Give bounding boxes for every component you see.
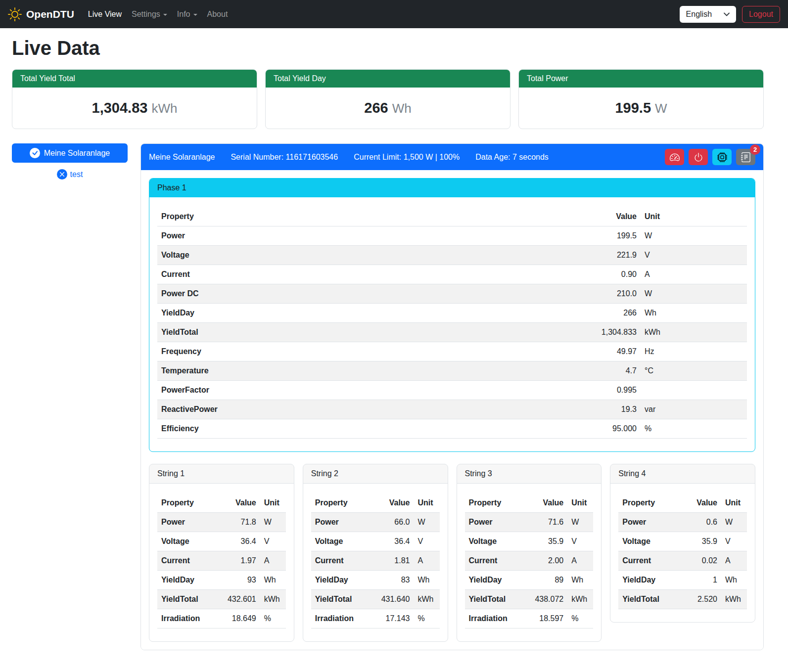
table-row: Current 0.90 A bbox=[157, 265, 747, 284]
unit-cell: Wh bbox=[414, 571, 440, 590]
column-unit: Unit bbox=[414, 493, 440, 513]
nav-item-about[interactable]: About bbox=[202, 6, 233, 23]
table-header-row: Property Value Unit bbox=[618, 493, 747, 513]
chevron-down-icon bbox=[724, 12, 730, 16]
nav-item-settings[interactable]: Settings bbox=[127, 6, 172, 23]
table-row: Irradiation 18.649 % bbox=[157, 609, 286, 628]
string-card: String 2 Property Value Unit bbox=[303, 464, 448, 642]
property-cell: Irradiation bbox=[465, 609, 522, 628]
unit-cell: kWh bbox=[260, 590, 286, 609]
journal-icon bbox=[741, 152, 751, 162]
logout-button[interactable]: Logout bbox=[742, 6, 780, 23]
property-cell: Power bbox=[157, 513, 215, 532]
unit-cell: V bbox=[641, 246, 747, 265]
inverter-list-item-selected[interactable]: Meine Solaranlage bbox=[12, 143, 128, 163]
string-table: Property Value Unit bbox=[618, 493, 747, 609]
nav-item-live-view[interactable]: Live View bbox=[83, 6, 127, 23]
unit-cell: var bbox=[641, 400, 747, 419]
value-cell: 19.3 bbox=[571, 400, 641, 419]
power-button[interactable] bbox=[689, 149, 708, 165]
table-row: YieldDay 266 Wh bbox=[157, 304, 747, 323]
limit-settings-button[interactable] bbox=[665, 149, 684, 165]
unit-cell: W bbox=[641, 226, 747, 246]
unit-cell: Hz bbox=[641, 342, 747, 361]
unit-cell: W bbox=[567, 513, 593, 532]
column-value: Value bbox=[522, 493, 567, 513]
value-cell: 1.81 bbox=[369, 551, 414, 571]
table-row: Irradiation 17.143 % bbox=[311, 609, 440, 628]
inverter-list-item-label: Meine Solaranlage bbox=[44, 149, 110, 158]
property-cell: YieldTotal bbox=[311, 590, 369, 609]
value-cell: 4.7 bbox=[571, 361, 641, 381]
unit-cell: W bbox=[414, 513, 440, 532]
column-unit: Unit bbox=[641, 207, 747, 226]
inverter-list: Meine Solaranlage test bbox=[12, 143, 128, 179]
inverter-list-item-test[interactable]: test bbox=[57, 169, 83, 179]
property-cell: YieldDay bbox=[311, 571, 369, 590]
string-card-title: String 1 bbox=[149, 464, 294, 484]
summary-unit: W bbox=[655, 101, 667, 116]
value-cell: 199.5 bbox=[571, 226, 641, 246]
inverter-name: Meine Solaranlage bbox=[149, 153, 215, 162]
unit-cell: % bbox=[567, 609, 593, 628]
brand[interactable]: OpenDTU bbox=[8, 7, 74, 21]
property-cell: Efficiency bbox=[157, 419, 571, 439]
column-property: Property bbox=[157, 207, 571, 226]
unit-cell: V bbox=[721, 532, 747, 551]
value-cell: 66.0 bbox=[369, 513, 414, 532]
value-cell: 17.143 bbox=[369, 609, 414, 628]
string-table: Property Value Unit bbox=[157, 493, 286, 628]
unit-cell: W bbox=[641, 284, 747, 304]
column-property: Property bbox=[465, 493, 522, 513]
property-cell: Current bbox=[465, 551, 522, 571]
property-cell: Current bbox=[157, 551, 215, 571]
property-cell: Voltage bbox=[157, 246, 571, 265]
property-cell: Frequency bbox=[157, 342, 571, 361]
value-cell: 71.8 bbox=[215, 513, 260, 532]
value-cell: 1.97 bbox=[215, 551, 260, 571]
phase-card-title: Phase 1 bbox=[149, 179, 755, 197]
summary-unit: kWh bbox=[151, 101, 177, 116]
summary-card-title: Total Yield Day bbox=[266, 70, 510, 88]
property-cell: Current bbox=[157, 265, 571, 284]
language-select[interactable]: English bbox=[680, 6, 736, 23]
column-property: Property bbox=[618, 493, 676, 513]
value-cell: 221.9 bbox=[571, 246, 641, 265]
value-cell: 49.97 bbox=[571, 342, 641, 361]
table-row: Voltage 36.4 V bbox=[311, 532, 440, 551]
string-card-title: String 4 bbox=[610, 464, 755, 484]
column-value: Value bbox=[676, 493, 721, 513]
table-row: Current 1.81 A bbox=[311, 551, 440, 571]
column-value: Value bbox=[369, 493, 414, 513]
value-cell: 0.02 bbox=[676, 551, 721, 571]
event-log-button[interactable]: 2 bbox=[736, 149, 755, 165]
string-card-title: String 3 bbox=[457, 464, 602, 484]
table-row: Power 71.6 W bbox=[465, 513, 594, 532]
string-card: String 1 Property Value Unit bbox=[149, 464, 294, 642]
value-cell: 431.640 bbox=[369, 590, 414, 609]
summary-card-title: Total Yield Total bbox=[12, 70, 257, 88]
inverter-current-limit: Current Limit: 1,500 W | 100% bbox=[354, 153, 460, 162]
summary-value: 266 bbox=[364, 100, 388, 116]
table-row: YieldDay 93 Wh bbox=[157, 571, 286, 590]
device-info-button[interactable] bbox=[712, 149, 732, 165]
table-row: Efficiency 95.000 % bbox=[157, 419, 747, 439]
property-cell: Voltage bbox=[465, 532, 522, 551]
column-unit: Unit bbox=[567, 493, 593, 513]
nav-item-info[interactable]: Info bbox=[172, 6, 202, 23]
summary-value: 1,304.83 bbox=[92, 100, 148, 116]
table-row: YieldDay 83 Wh bbox=[311, 571, 440, 590]
summary-unit: Wh bbox=[392, 101, 412, 116]
value-cell: 1 bbox=[676, 571, 721, 590]
value-cell: 266 bbox=[571, 304, 641, 323]
column-property: Property bbox=[157, 493, 215, 513]
power-icon bbox=[694, 152, 703, 162]
check-circle-icon bbox=[30, 148, 40, 158]
value-cell: 71.6 bbox=[522, 513, 567, 532]
value-cell: 36.4 bbox=[215, 532, 260, 551]
property-cell: YieldDay bbox=[157, 571, 215, 590]
string-table: Property Value Unit bbox=[465, 493, 594, 628]
table-row: Irradiation 18.597 % bbox=[465, 609, 594, 628]
unit-cell: % bbox=[260, 609, 286, 628]
language-select-value: English bbox=[686, 10, 712, 19]
